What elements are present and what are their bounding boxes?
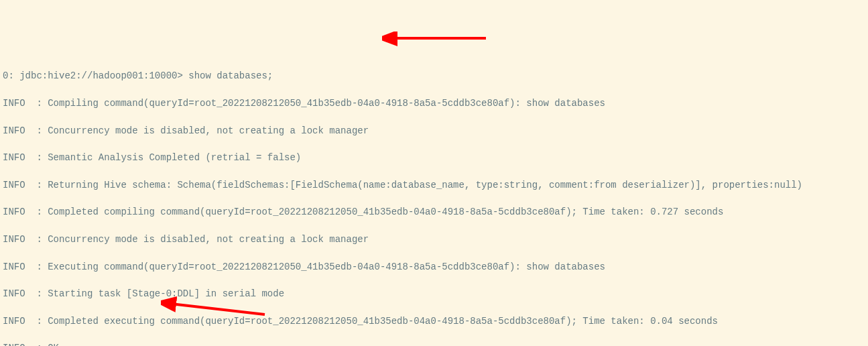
terminal-line: INFO : Concurrency mode is disabled, not… [3, 233, 865, 246]
terminal-line: INFO : Completed compiling command(query… [3, 205, 865, 219]
terminal-output: 0: jdbc:hive2://hadoop001:10000> show da… [3, 56, 865, 346]
terminal-line: INFO : Returning Hive schema: Schema(fie… [3, 178, 865, 192]
terminal-line: INFO : Compiling command(queryId=root_20… [3, 97, 865, 110]
terminal-line: INFO : OK [3, 341, 865, 346]
terminal-line: INFO : Starting task [Stage-0:DDL] in se… [3, 287, 865, 300]
terminal-line: INFO : Executing command(queryId=root_20… [3, 260, 865, 274]
terminal-line[interactable]: 0: jdbc:hive2://hadoop001:10000> show da… [3, 69, 865, 82]
terminal-line: INFO : Semantic Analysis Completed (retr… [3, 151, 865, 164]
terminal-line: INFO : Completed executing command(query… [3, 314, 865, 328]
terminal-line: INFO : Concurrency mode is disabled, not… [3, 124, 865, 137]
